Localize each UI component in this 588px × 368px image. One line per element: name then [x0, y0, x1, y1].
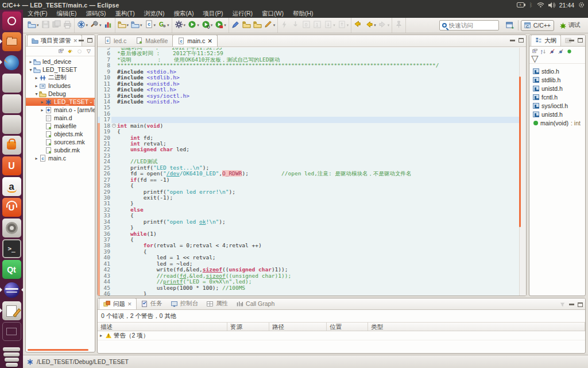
code-line-27[interactable]: 27 if(fd == -1) — [98, 177, 519, 183]
dropdown-arrow-icon[interactable]: ▾ — [211, 23, 213, 28]
external-tools-button[interactable]: ▾ — [173, 20, 187, 32]
code-line-19[interactable]: 19{ — [98, 129, 519, 135]
launcher-item-system-settings[interactable] — [2, 218, 21, 237]
menu-item-6[interactable]: 搜索(A) — [169, 10, 198, 18]
tree-item--[interactable]: ▸二进制 — [26, 74, 95, 82]
perspective-cpp-button[interactable]: C C/C++ — [521, 20, 554, 31]
build-button[interactable]: ▾ — [89, 20, 103, 32]
dropdown-arrow-icon[interactable]: ▾ — [127, 23, 129, 28]
launcher-item-firefox[interactable] — [2, 53, 21, 72]
menu-item-5[interactable]: 浏览(N) — [140, 10, 169, 18]
editor-tab-led-c[interactable]: cled.c — [99, 34, 131, 47]
new-wizard-button[interactable]: ▾ — [26, 20, 40, 32]
code-line-18[interactable]: 18−int main(void) — [98, 123, 519, 129]
pin-editor-button[interactable] — [393, 20, 404, 32]
close-icon[interactable]: ✕ — [127, 301, 132, 307]
dropdown-arrow-icon[interactable]: ▾ — [347, 23, 349, 28]
open-type-button[interactable] — [241, 20, 252, 32]
expand-arrow-icon[interactable]: ▸ — [98, 333, 105, 338]
dropdown-arrow-icon[interactable]: ▾ — [333, 23, 335, 28]
view-menu-icon[interactable]: ▽ — [86, 48, 92, 55]
next-annotation-button[interactable]: ▾ — [323, 20, 336, 32]
code-line-36[interactable]: 36 while(1) — [98, 231, 519, 237]
code-line-38[interactable]: 38 for(retval = 0;retval < 4;retval ++) — [98, 243, 519, 248]
column-header--[interactable]: 类型 — [368, 323, 585, 331]
bluetooth-icon[interactable]: ᛒ — [529, 2, 533, 8]
menu-item-2[interactable]: 编辑(E) — [52, 10, 81, 18]
launcher-item-ubuntu-one[interactable]: U — [2, 156, 21, 175]
focus-disabled-icon[interactable] — [76, 48, 83, 55]
code-line-34[interactable]: 34 printf("open led ok!\n"); — [98, 219, 519, 225]
clock[interactable]: 21:44 — [559, 2, 574, 9]
menu-item-9[interactable]: 窗口(W) — [257, 10, 288, 18]
expand-arrow-icon[interactable]: ▸ — [34, 75, 39, 80]
run-button[interactable]: ▾ — [187, 20, 200, 32]
system-indicators[interactable]: + ᛒ 21:44 — [517, 2, 585, 9]
launcher-folded-icons[interactable] — [0, 347, 23, 367]
launcher-item-libreoffice-impress[interactable] — [2, 115, 21, 134]
launcher-item-gedit[interactable] — [2, 301, 21, 320]
outline-item-stdio-h[interactable]: stdio.h — [529, 67, 585, 75]
code-line-32[interactable]: 32 else — [98, 207, 519, 213]
perspective-debug-button[interactable]: 调试 — [556, 20, 583, 30]
launcher-item-ubuntu-dash[interactable] — [2, 12, 21, 30]
folded-app-icon[interactable] — [3, 352, 20, 356]
back-button[interactable]: ▾ — [363, 20, 377, 32]
dropdown-arrow-icon[interactable]: ▾ — [388, 23, 390, 28]
tree-item-subdir-mk[interactable]: subdir.mk — [26, 146, 95, 154]
launcher-item-eclipse[interactable] — [2, 281, 21, 300]
block-1-button[interactable]: 1 — [312, 20, 323, 32]
prev-annotation-button[interactable]: ▾ — [336, 20, 350, 32]
outline-item-unistd-h[interactable]: unistd.h — [529, 84, 585, 93]
minimize-icon[interactable] — [569, 40, 574, 41]
problems-row[interactable]: ▸警告（2 项） — [98, 331, 585, 340]
tab-call-graph[interactable]: Call Graph — [232, 298, 278, 309]
tab-outline[interactable]: 大纲 — [531, 34, 561, 46]
tree-item-led-teset[interactable]: ▾LED_TESET — [26, 66, 95, 74]
hide-fields-icon[interactable] — [549, 48, 555, 55]
dropdown-arrow-icon[interactable]: ▾ — [86, 23, 88, 28]
forward-button[interactable]: ▾ — [377, 20, 391, 32]
dropdown-arrow-icon[interactable]: ▾ — [224, 23, 226, 28]
editor-tab-main-c[interactable]: cmain.c✕ — [172, 34, 218, 47]
code-line-23[interactable]: 23 — [98, 153, 519, 159]
minimize-icon[interactable] — [79, 40, 84, 41]
mark-occurrences-button[interactable] — [230, 20, 241, 32]
menu-item-7[interactable]: 项目(P) — [198, 10, 227, 18]
print-button[interactable] — [62, 20, 73, 32]
launcher-item-files[interactable] — [2, 32, 21, 51]
tree-item-led-teset-arm-le-[interactable]: ▸LED_TESET - [arm/le] — [26, 98, 95, 106]
code-line-35[interactable]: 35 } — [98, 225, 519, 231]
code-line-31[interactable]: 31 } — [98, 201, 519, 206]
volume-icon[interactable] — [548, 2, 555, 8]
maximize-icon[interactable] — [578, 302, 583, 307]
dropdown-arrow-icon[interactable]: ▾ — [374, 23, 376, 28]
expand-arrow-icon[interactable]: ▸ — [28, 59, 33, 64]
code-line-46[interactable]: 46 } — [98, 291, 519, 296]
minimize-icon[interactable] — [510, 40, 515, 41]
tab-project-explorer[interactable]: 项目资源管 ✕ — [27, 34, 82, 46]
tree-item-objects-mk[interactable]: objects.mk — [26, 130, 95, 138]
tree-item-main-d[interactable]: main.d — [26, 114, 95, 122]
debug-config-button[interactable]: ▾ — [76, 20, 90, 32]
expand-arrow-icon[interactable]: ▸ — [34, 156, 39, 161]
tab--[interactable]: 属性 — [202, 298, 232, 309]
expand-arrow-icon[interactable]: ▾ — [34, 91, 39, 97]
minimize-icon[interactable] — [569, 304, 574, 305]
save-button[interactable] — [40, 20, 51, 32]
launcher-item-libreoffice-calc[interactable] — [2, 94, 21, 113]
open-perspective-button[interactable]: + — [505, 21, 516, 30]
outline-item-fcntl-h[interactable]: fcntl.h — [529, 93, 585, 101]
tab--[interactable]: 任务 — [137, 298, 167, 309]
explorer-horizontal-scrollbar[interactable] — [28, 349, 88, 351]
outline-item-sys-ioctl-h[interactable]: sys/ioctl.h — [529, 101, 585, 110]
menu-item-4[interactable]: 重构(T) — [110, 10, 139, 18]
new-c-file-button[interactable]: c▾ — [144, 20, 157, 32]
column-header--[interactable]: 资源 — [227, 323, 269, 331]
editor-tab-makefile[interactable]: Makefile — [131, 34, 172, 47]
dropdown-arrow-icon[interactable]: ▾ — [140, 23, 142, 28]
close-icon[interactable]: ✕ — [207, 37, 212, 44]
column-header--[interactable]: 路径 — [269, 323, 327, 331]
maximize-icon[interactable] — [87, 38, 92, 43]
new-cpp-project-button[interactable]: ▾ — [130, 20, 144, 32]
